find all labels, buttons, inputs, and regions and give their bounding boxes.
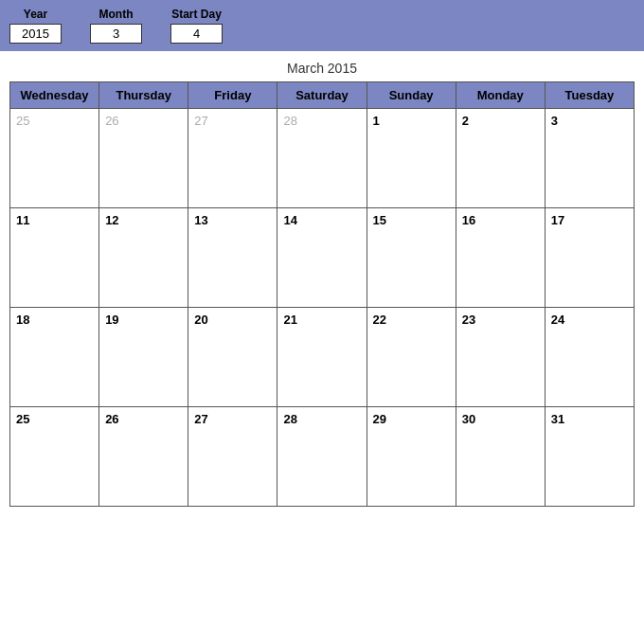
calendar-cell: 28: [277, 407, 367, 507]
calendar-cell: 16: [456, 208, 545, 308]
calendar-table: WednesdayThursdayFridaySaturdaySundayMon…: [9, 81, 635, 507]
calendar-header-cell: Friday: [188, 82, 277, 109]
calendar-cell: 12: [99, 208, 188, 308]
calendar-cell: 21: [277, 308, 367, 407]
year-label: Year: [24, 8, 47, 21]
calendar-header-row: WednesdayThursdayFridaySaturdaySundayMon…: [10, 82, 635, 109]
calendar-cell: 27: [188, 407, 277, 507]
calendar-body: 2526272812311121314151617181920212223242…: [10, 109, 635, 507]
calendar-cell: 31: [545, 407, 634, 507]
calendar-cell: 11: [10, 208, 99, 308]
calendar-header-cell: Wednesday: [10, 82, 99, 109]
controls-bar: Year Month Start Day: [0, 0, 644, 51]
calendar-cell: 15: [367, 208, 456, 308]
startday-input[interactable]: [170, 24, 223, 44]
calendar-cell: 17: [545, 208, 634, 308]
table-row: 18192021222324: [10, 308, 635, 407]
calendar-header-cell: Sunday: [367, 82, 456, 109]
calendar-cell: 26: [99, 407, 188, 507]
calendar-cell: 19: [99, 308, 188, 407]
year-control: Year: [9, 8, 62, 44]
calendar-cell: 30: [456, 407, 545, 507]
calendar-cell: 22: [367, 308, 456, 407]
calendar-cell: 25: [10, 407, 99, 507]
month-label: Month: [99, 8, 134, 21]
calendar-cell: 24: [545, 308, 634, 407]
calendar-cell: 18: [10, 308, 99, 407]
table-row: 25262728293031: [10, 407, 635, 507]
calendar-cell: 3: [545, 109, 634, 208]
calendar-cell: 2: [456, 109, 545, 208]
calendar-title: March 2015: [0, 51, 644, 81]
calendar-cell: 28: [277, 109, 367, 208]
calendar-wrapper: WednesdayThursdayFridaySaturdaySundayMon…: [0, 81, 644, 516]
calendar-header-cell: Saturday: [277, 82, 367, 109]
table-row: 25262728123: [10, 109, 635, 208]
calendar-cell: 26: [99, 109, 188, 208]
calendar-cell: 25: [10, 109, 99, 208]
month-control: Month: [90, 8, 142, 44]
startday-label: Start Day: [171, 8, 222, 21]
month-input[interactable]: [90, 24, 142, 44]
calendar-cell: 13: [188, 208, 277, 308]
calendar-cell: 14: [277, 208, 367, 308]
table-row: 11121314151617: [10, 208, 635, 308]
year-input[interactable]: [9, 24, 62, 44]
calendar-cell: 23: [456, 308, 545, 407]
startday-control: Start Day: [170, 8, 223, 44]
calendar-cell: 29: [367, 407, 456, 507]
calendar-header-cell: Tuesday: [545, 82, 634, 109]
calendar-header-cell: Monday: [456, 82, 545, 109]
calendar-cell: 20: [188, 308, 277, 407]
calendar-header-cell: Thursday: [99, 82, 188, 109]
calendar-cell: 27: [188, 109, 277, 208]
calendar-cell: 1: [367, 109, 456, 208]
